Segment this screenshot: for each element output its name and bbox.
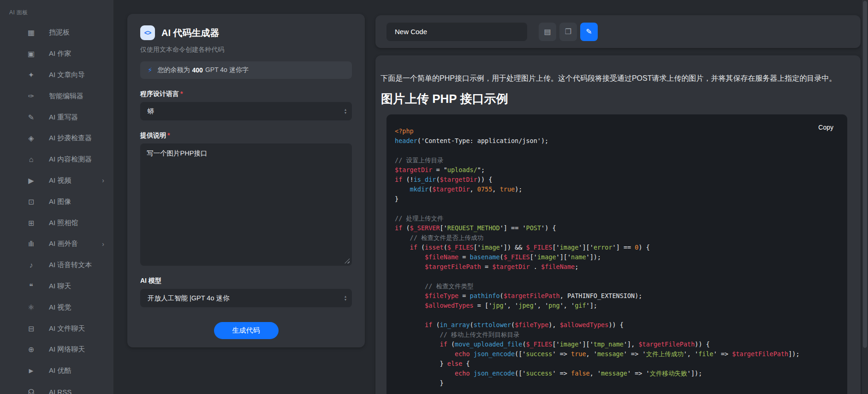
document-toolbar: ▤❐✎: [375, 15, 861, 48]
generate-code-button[interactable]: 生成代码: [214, 322, 279, 339]
code-line: $fileName = basename($_FILES['image']['n…: [395, 252, 838, 262]
code-line: echo json_encode(['success' => true, 'me…: [395, 349, 838, 359]
model-select[interactable]: 开放人工智能 |GPT 4o 迷你 ▴▾: [140, 289, 352, 307]
page-scrollbar[interactable]: [862, 0, 868, 394]
rss-icon: ☊: [25, 388, 37, 394]
pencil-icon: ✎: [25, 113, 37, 122]
sidebar-item-feather[interactable]: ✑智能编辑器: [0, 85, 113, 107]
output-heading: 图片上传 PHP 接口示例: [381, 91, 847, 107]
code-block: Copy <?phpheader('Content-Type: applicat…: [386, 114, 847, 394]
lightning-bolt-icon: ⚡: [148, 66, 153, 74]
code-line: $fileType = pathinfo($targetFilePath, PA…: [395, 291, 838, 301]
code-line: } else {: [395, 359, 838, 369]
photo-gallery-icon: ⊞: [25, 219, 37, 227]
sidebar-item-label: AI 视觉: [49, 303, 71, 312]
copy-document-button[interactable]: ❐: [559, 23, 577, 41]
model-select-value: 开放人工智能 |GPT 4o 迷你: [148, 294, 230, 303]
code-line: $allowedTypes = ['jpg', 'jpeg', 'png', '…: [395, 301, 838, 310]
instructions-field-label: 提供说明*: [140, 131, 352, 140]
folder-chat-icon: ⊟: [25, 324, 37, 333]
instructions-textarea[interactable]: 写一个图片PHP接口: [140, 143, 352, 266]
sidebar-item-label: AI RSS: [49, 388, 71, 394]
sidebar-item-video-camera[interactable]: ▶AI 视频›: [0, 170, 113, 191]
code-line: }: [395, 378, 838, 388]
sidebar-item-chat-bubble[interactable]: ❝AI 聊天: [0, 276, 113, 297]
model-field-label: AI 模型: [140, 277, 352, 285]
instructions-wrapper: 写一个图片PHP接口: [140, 143, 352, 266]
document-icon: ▤: [544, 27, 551, 36]
page-subtitle: 仅使用文本命令创建各种代码: [140, 46, 352, 54]
code-line: echo json_encode(['success' => false, 'm…: [395, 369, 838, 378]
sidebar-item-pencil[interactable]: ✎AI 重写器: [0, 107, 113, 128]
sidebar-item-detector[interactable]: ⌂AI 内容检测器: [0, 149, 113, 170]
select-updown-caret-icon: ▴▾: [345, 295, 346, 301]
sidebar-item-waveform[interactable]: ıllıAI 画外音›: [0, 233, 113, 255]
sidebar-item-youtube[interactable]: ►AI 优酷: [0, 360, 113, 382]
sidebar-item-folder-chat[interactable]: ⊟AI 文件聊天: [0, 318, 113, 339]
code-line: // 检查文件类型: [395, 281, 838, 291]
sidebar-item-label: AI 文章向导: [49, 71, 85, 79]
save-icon: ✎: [586, 27, 592, 36]
brain-icon: ⚛: [25, 303, 37, 312]
sidebar-item-chip[interactable]: ▣AI 作家: [0, 43, 113, 65]
balance-suffix: GPT 4o 迷你字: [205, 66, 249, 74]
copy-code-button[interactable]: Copy: [818, 124, 833, 131]
balance-amount: 400: [192, 66, 203, 74]
sidebar-item-label: AI 图像: [49, 197, 71, 206]
image-icon: ⊡: [25, 197, 37, 206]
save-document-button[interactable]: ✎: [580, 23, 598, 41]
code-line: [395, 272, 838, 281]
required-asterisk: *: [167, 131, 170, 139]
sidebar-item-label: AI 画外音: [49, 239, 78, 248]
sidebar-item-rss[interactable]: ☊AI RSS: [0, 382, 113, 394]
shield-check-icon: ◈: [25, 134, 37, 143]
detector-icon: ⌂: [25, 155, 37, 164]
code-line: if ($_SERVER['REQUEST_METHOD'] == 'POST'…: [395, 223, 838, 233]
code-line: [395, 310, 838, 320]
globe-icon: ⊕: [25, 345, 37, 354]
sidebar-item-brain[interactable]: ⚛AI 视觉: [0, 297, 113, 318]
sidebar-item-speech-to-text[interactable]: ♪AI 语音转文本: [0, 255, 113, 276]
chat-bubble-icon: ❝: [25, 282, 37, 291]
output-intro-text: 下面是一个简单的PHP接口示例，用于处理图片上传。这个代码段将接受通过POST请…: [380, 74, 847, 84]
generator-header: <> AI 代码生成器: [140, 25, 352, 40]
page-title: AI 代码生成器: [161, 27, 220, 39]
sidebar-item-image[interactable]: ⊡AI 图像: [0, 191, 113, 212]
code-line: $targetFilePath = $targetDir . $fileName…: [395, 262, 838, 272]
code-line: // 移动上传文件到目标目录: [395, 330, 838, 340]
sidebar-item-label: AI 视频: [49, 176, 71, 185]
code-line: <?php: [395, 126, 838, 136]
code-line: [395, 204, 838, 214]
code-content: <?phpheader('Content-Type: application/j…: [386, 114, 847, 394]
sidebar-item-label: AI 抄袭检查器: [49, 134, 92, 143]
sidebar-item-photo-gallery[interactable]: ⊞AI 照相馆: [0, 212, 113, 233]
speech-to-text-icon: ♪: [25, 261, 37, 269]
code-line: if (!is_dir($targetDir)) {: [395, 175, 838, 185]
scrollbar-thumb[interactable]: [863, 1, 867, 348]
code-line: header('Content-Type: application/json')…: [395, 136, 838, 146]
code-line: // 设置上传目录: [395, 155, 838, 165]
code-brackets-icon: <>: [140, 25, 155, 40]
document-title-input[interactable]: [386, 23, 527, 41]
code-line: // 检查文件是否上传成功: [395, 233, 838, 243]
sidebar-section-label: AI 面板: [9, 9, 28, 17]
language-select[interactable]: 蟒 ▴▾: [140, 102, 352, 120]
language-field-label: 程序设计语言*: [140, 90, 352, 98]
language-select-value: 蟒: [148, 107, 155, 116]
chip-icon: ▣: [25, 49, 37, 58]
code-line: if (in_array(strtolower($fileType), $all…: [395, 320, 838, 330]
sidebar-item-shield-check[interactable]: ◈AI 抄袭检查器: [0, 128, 113, 149]
new-document-button[interactable]: ▤: [539, 23, 556, 41]
code-line: if (move_uploaded_file($_FILES['image'][…: [395, 340, 838, 349]
sidebar: AI 面板 ▦挡泥板▣AI 作家✦AI 文章向导✑智能编辑器✎AI 重写器◈AI…: [0, 0, 113, 394]
balance-prefix: 您的余额为: [158, 66, 190, 74]
code-line: mkdir($targetDir, 0755, true);: [395, 185, 838, 194]
code-line: if (isset($_FILES['image']) && $_FILES['…: [395, 243, 838, 252]
sidebar-item-label: AI 内容检测器: [49, 155, 92, 164]
sidebar-item-label: AI 语音转文本: [49, 261, 92, 269]
sidebar-item-globe[interactable]: ⊕AI 网络聊天: [0, 339, 113, 360]
copy-icon: ❐: [565, 27, 571, 36]
sidebar-item-sparkles[interactable]: ✦AI 文章向导: [0, 65, 113, 86]
sidebar-item-dashboard[interactable]: ▦挡泥板: [0, 22, 113, 43]
code-line: // 处理上传文件: [395, 214, 838, 223]
